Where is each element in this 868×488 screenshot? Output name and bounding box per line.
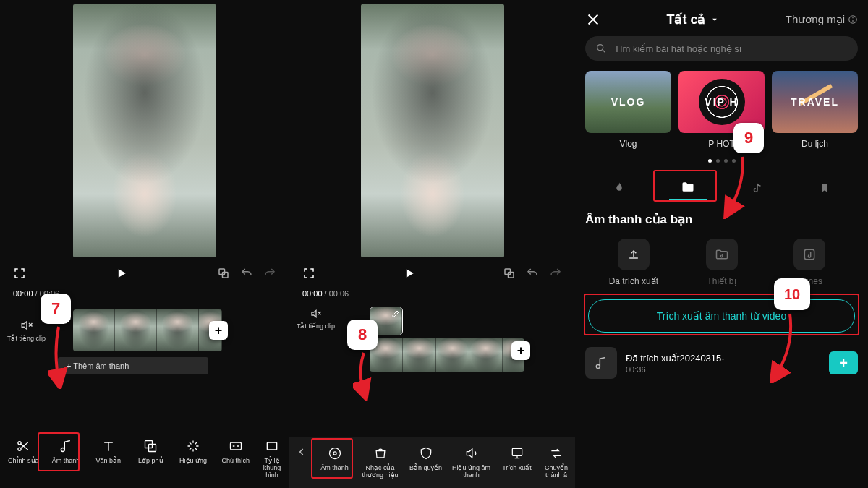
svg-point-2 — [18, 442, 21, 445]
tool-convert[interactable]: Chuyển thành â — [540, 444, 572, 481]
tool-text[interactable]: Văn bản — [88, 437, 129, 466]
redo-icon[interactable] — [263, 267, 276, 280]
mute-clip-button[interactable]: Tắt tiếng clip — [297, 308, 335, 330]
add-clip-button[interactable]: + — [511, 341, 530, 360]
audio-toolbar: Âm thanh Nhạc của thương hiệu Bản quyền … — [289, 437, 575, 488]
annotation-badge-8: 8 — [347, 320, 378, 350]
svg-point-14 — [597, 45, 603, 51]
svg-rect-12 — [512, 449, 522, 456]
undo-icon[interactable] — [526, 267, 539, 280]
page-title[interactable]: Tất cả — [666, 12, 720, 27]
svg-rect-6 — [230, 442, 241, 450]
aspect-icon[interactable] — [217, 267, 230, 280]
search-icon — [595, 43, 607, 54]
tool-audio-music[interactable]: Âm thanh — [312, 444, 357, 474]
convert-icon — [548, 445, 564, 461]
overlay-icon — [142, 438, 158, 454]
soundfx-icon — [464, 445, 480, 461]
category-vlog[interactable]: VLOG Vlog — [585, 71, 671, 149]
tool-caption[interactable]: Chú thích — [215, 437, 256, 466]
disc-icon — [327, 445, 343, 461]
tool-sound-fx[interactable]: Hiệu ứng âm thanh — [449, 444, 493, 481]
annotation-badge-7: 7 — [41, 294, 71, 324]
mute-clip-button[interactable]: Tắt tiếng clip — [7, 319, 46, 342]
svg-point-10 — [329, 448, 340, 459]
fullscreen-icon[interactable] — [13, 267, 26, 280]
text-icon — [101, 438, 116, 454]
tool-audio[interactable]: Âm thanh — [46, 437, 87, 466]
annotation-badge-9: 9 — [733, 123, 764, 153]
tab-folder[interactable] — [669, 176, 707, 200]
svg-point-11 — [333, 452, 336, 455]
extract-icon — [509, 445, 525, 461]
source-device[interactable]: Thiết bị — [678, 239, 766, 286]
svg-point-3 — [18, 448, 21, 450]
tab-tiktok[interactable] — [739, 177, 775, 199]
upload-icon — [618, 239, 650, 270]
tool-edit[interactable]: Chỉnh sửa — [3, 437, 44, 466]
video-preview — [289, 0, 575, 259]
undo-icon[interactable] — [240, 267, 253, 280]
tool-ratio[interactable]: Tỷ lệ khung hình — [258, 437, 286, 481]
redo-icon[interactable] — [549, 267, 562, 280]
caption-icon — [228, 438, 244, 454]
tool-overlay[interactable]: Lớp phủ — [130, 437, 171, 466]
extract-audio-button[interactable]: Trích xuất âm thanh từ video — [588, 299, 855, 333]
video-preview — [0, 0, 289, 259]
search-input[interactable]: Tìm kiếm bài hát hoặc nghệ sĩ — [585, 36, 858, 61]
aspect-icon[interactable] — [503, 267, 516, 280]
video-track[interactable] — [370, 338, 524, 372]
fullscreen-icon[interactable] — [302, 267, 315, 280]
editor-toolbar: Chỉnh sửa Âm thanh Văn bản Lớp phủ Hiệu … — [0, 432, 289, 488]
itunes-icon — [793, 239, 825, 270]
music-note-icon — [585, 347, 617, 379]
commercial-toggle[interactable]: Thương mại — [786, 13, 858, 26]
back-button[interactable] — [292, 444, 311, 457]
folder-music-icon — [706, 239, 738, 270]
tool-brand-music[interactable]: Nhạc của thương hiệu — [358, 444, 402, 481]
add-audio-button[interactable]: + — [829, 351, 858, 374]
tab-bookmark[interactable] — [807, 178, 842, 198]
video-track[interactable] — [73, 309, 222, 351]
tool-effects[interactable]: Hiệu ứng — [173, 437, 214, 466]
bag-icon — [373, 445, 388, 461]
music-note-icon — [58, 438, 74, 454]
category-travel[interactable]: TRAVEL Du lịch — [772, 71, 858, 149]
tab-trending[interactable] — [601, 177, 637, 199]
pager-dots — [585, 159, 858, 163]
source-extracted[interactable]: Đã trích xuất — [590, 239, 678, 286]
sparkle-icon — [185, 438, 201, 454]
close-icon[interactable] — [585, 12, 601, 27]
timeline-time: 00:00 / 00:06 — [289, 288, 575, 302]
scissors-icon — [15, 438, 31, 454]
svg-rect-7 — [267, 442, 276, 450]
ratio-icon — [264, 438, 280, 454]
play-icon[interactable] — [114, 266, 129, 281]
pencil-icon — [391, 309, 400, 318]
shield-icon — [418, 445, 434, 461]
add-clip-button[interactable]: + — [209, 321, 228, 340]
play-icon[interactable] — [402, 266, 417, 281]
tool-extract[interactable]: Trích xuất — [495, 444, 539, 474]
add-audio-button[interactable]: + Thêm âm thanh — [58, 357, 208, 374]
section-title: Âm thanh của bạn — [585, 212, 858, 227]
tool-copyright[interactable]: Bản quyền — [404, 444, 448, 474]
extracted-audio-item[interactable]: Đã trích xuất20240315- 00:36 + — [585, 343, 858, 383]
annotation-badge-10: 10 — [774, 278, 810, 310]
